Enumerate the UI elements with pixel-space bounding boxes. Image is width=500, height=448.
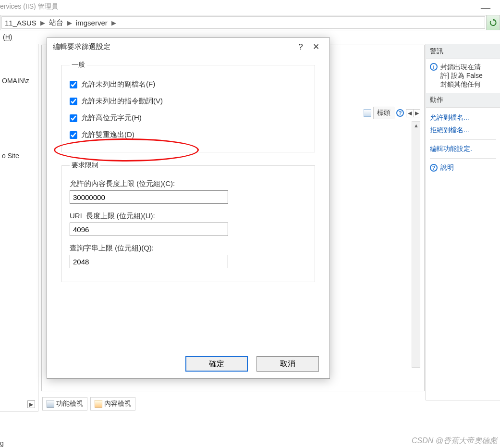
tab-features-view[interactable]: 功能檢視 [42, 397, 87, 411]
dialog-close-button[interactable]: ✕ [308, 42, 324, 52]
watermark: CSDN @香蕉大帝奧德彪 [412, 436, 497, 446]
breadcrumb-item[interactable]: 11_ASUS [5, 19, 37, 27]
separator [430, 139, 496, 140]
info-icon: i [430, 63, 438, 71]
tree-node-domain[interactable]: OMAIN\z [2, 77, 36, 85]
label-max-url-length: URL 長度上限 (位元組)(U): [70, 209, 307, 221]
tab-strip: 標頭 ? ◀▶ [364, 107, 420, 119]
label-max-content-length: 允許的內容長度上限 (位元組)(C): [70, 176, 307, 188]
checkbox-allow-unlisted-verbs[interactable]: 允許未列出的指令動詞(V) [70, 93, 307, 110]
chevron-right-icon: ▶ [111, 19, 116, 26]
chevron-right-icon: ▶ [67, 19, 72, 26]
title-text: ervices (IIS) 管理員 [0, 2, 58, 10]
action-deny-extension[interactable]: 拒絕副檔名... [430, 124, 496, 137]
breadcrumb[interactable]: 11_ASUS ▶ 站台 ▶ imgserver ▶ [1, 16, 485, 29]
edit-request-filtering-dialog: 編輯要求篩選設定 ? ✕ 一般 允許未列出的副檔名(F) 允許未列出的指令動詞(… [47, 37, 330, 379]
dialog-buttons: 確定 取消 [47, 349, 329, 378]
features-view-icon [47, 400, 54, 408]
group-general-legend: 一般 [70, 61, 87, 69]
checkbox-input[interactable] [70, 114, 77, 122]
checkbox-allow-high-bit[interactable]: 允許高位元字元(H) [70, 110, 307, 126]
menu-help[interactable]: (H) [0, 31, 15, 43]
breadcrumb-item[interactable]: 站台 [49, 18, 63, 27]
refresh-button[interactable] [486, 15, 500, 30]
address-bar: 11_ASUS ▶ 站台 ▶ imgserver ▶ [0, 15, 500, 30]
dialog-titlebar: 編輯要求篩選設定 ? ✕ [47, 38, 329, 56]
label-max-query-string: 查詢字串上限 (位元組)(Q): [70, 241, 307, 253]
status-bar: g [0, 438, 4, 448]
expand-tree-button[interactable]: ▶ [27, 400, 35, 408]
dialog-body: 一般 允許未列出的副檔名(F) 允許未列出的指令動詞(V) 允許高位元字元(H)… [47, 56, 329, 349]
group-limits-legend: 要求限制 [70, 161, 100, 170]
minimize-icon[interactable]: — [481, 2, 500, 13]
input-max-url-length[interactable] [70, 223, 228, 236]
content-view-icon [95, 400, 102, 408]
breadcrumb-item[interactable]: imgserver [76, 19, 108, 27]
input-max-query-string[interactable] [70, 255, 228, 268]
checkbox-allow-unlisted-ext[interactable]: 允許未列出的副檔名(F) [70, 76, 307, 93]
tab-headers[interactable]: 標頭 [373, 107, 394, 119]
input-max-content-length[interactable] [70, 190, 228, 204]
group-general: 一般 允許未列出的副檔名(F) 允許未列出的指令動詞(V) 允許高位元字元(H)… [61, 61, 315, 152]
chevron-right-icon: ▶ [40, 19, 45, 26]
checkbox-allow-double-escaping[interactable]: 允許雙重逸出(D) [70, 126, 307, 143]
dialog-title: 編輯要求篩選設定 [53, 42, 110, 51]
tree-node-site[interactable]: o Site [2, 152, 36, 160]
view-switcher: 功能檢視 內容檢視 [42, 397, 135, 411]
action-allow-extension[interactable]: 允許副檔名... [430, 112, 496, 124]
actions-pane: 警訊 i 封鎖出現在清 許] 設為 False 封鎖其他任何 動作 允許副檔名.… [426, 44, 500, 400]
action-edit-feature-settings[interactable]: 編輯功能設定. [430, 143, 496, 155]
tab-content-view[interactable]: 內容檢視 [90, 397, 135, 411]
checkbox-input[interactable] [70, 81, 77, 88]
help-icon: ? [430, 164, 438, 172]
header-tab-icon [364, 109, 371, 117]
window-title: ervices (IIS) 管理員 — [0, 0, 500, 15]
action-help[interactable]: ? 說明 [430, 162, 496, 174]
alert-item: i 封鎖出現在清 許] 設為 False 封鎖其他任何 [430, 63, 496, 89]
dialog-help-button[interactable]: ? [293, 42, 308, 52]
scroll-up-icon[interactable]: ▲ [414, 123, 419, 128]
tab-scroll[interactable]: ◀▶ [406, 109, 420, 117]
separator [430, 158, 496, 159]
help-icon[interactable]: ? [396, 109, 404, 117]
connections-tree[interactable]: OMAIN\z o Site ▶ [0, 44, 38, 411]
vertical-scrollbar[interactable]: ▲ [412, 121, 420, 368]
alert-text: 封鎖出現在清 許] 設為 False 封鎖其他任何 [440, 63, 483, 89]
cancel-button[interactable]: 取消 [256, 356, 319, 372]
checkbox-input[interactable] [70, 98, 77, 105]
actions-header: 動作 [426, 93, 500, 108]
alerts-header: 警訊 [426, 44, 500, 59]
group-request-limits: 要求限制 允許的內容長度上限 (位元組)(C): URL 長度上限 (位元組)(… [61, 161, 315, 282]
checkbox-input[interactable] [70, 131, 77, 139]
ok-button[interactable]: 確定 [185, 356, 248, 372]
refresh-icon [489, 19, 497, 26]
